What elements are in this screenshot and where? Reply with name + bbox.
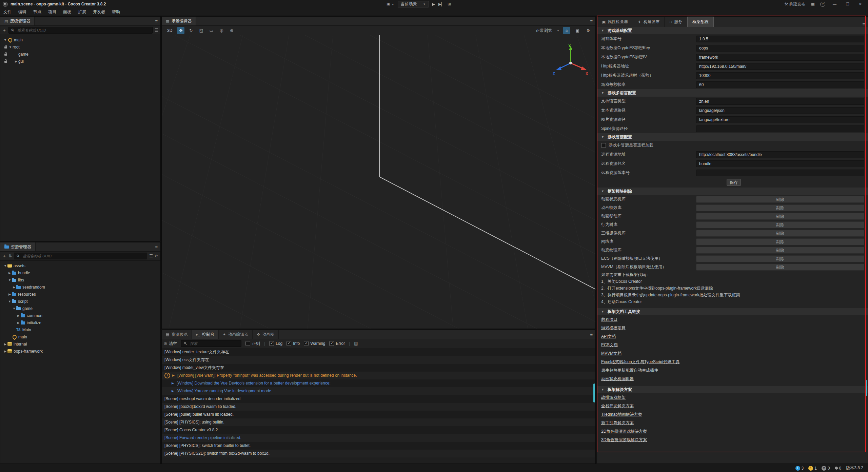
filter-info-checkbox[interactable]: ✓Info (287, 341, 300, 346)
menu-node[interactable]: 节点 (30, 9, 45, 15)
filter-icon[interactable]: ☰ (155, 28, 158, 33)
solution-link-tiledmap[interactable]: Tiledmap地图解决方案 (601, 410, 642, 419)
asset-node-internal[interactable]: ▶ internal (0, 340, 160, 348)
tree-node-gui[interactable]: ▶ gui (0, 58, 160, 65)
step-button[interactable]: ▶▏ (438, 2, 444, 6)
asset-node-initialize[interactable]: ▶ initialize (0, 319, 160, 326)
doc-link-hotupdate-plugin[interactable]: 原生包热更新配置自动生成插件 (601, 366, 658, 375)
doc-link-ecs[interactable]: ECS文档 (601, 341, 618, 349)
http-timeout-input[interactable] (696, 72, 864, 79)
remove-module-button[interactable]: 剔除 (696, 196, 864, 203)
languages-input[interactable] (696, 98, 864, 105)
doc-link-mvvm[interactable]: MVVM文档 (601, 349, 622, 358)
remote-load-checkbox[interactable] (601, 143, 606, 148)
remove-module-button[interactable]: 剔除 (696, 221, 864, 228)
doc-link-animator-editor[interactable]: 动画状态机编辑器 (601, 375, 634, 383)
panel-menu-icon[interactable]: ≡ (590, 332, 593, 337)
section-i18n[interactable]: ▼ 游戏多语言配置 (597, 89, 868, 97)
doc-link-api[interactable]: API文档 (601, 332, 616, 341)
tab-animation-editor[interactable]: ✦ 动画编辑器 (219, 330, 253, 339)
panel-menu-icon[interactable]: ≡ (155, 19, 158, 24)
doc-link-template[interactable]: 游戏模板项目 (601, 324, 626, 332)
asset-node-common[interactable]: ▶ common (0, 312, 160, 319)
log-row[interactable]: [Window] ecs文件夹存在 (162, 356, 595, 364)
remote-url-input[interactable] (696, 151, 864, 158)
menu-extension[interactable]: 扩展 (75, 9, 90, 15)
scale-tool-icon[interactable]: ◱ (197, 27, 205, 34)
sort-icon[interactable]: ⇅ (8, 254, 12, 258)
add-node-button[interactable]: ＋ (2, 27, 6, 33)
asset-node-oops-framework[interactable]: ▶ oops-framework (0, 348, 160, 355)
chevron-down-icon[interactable]: ▼ (12, 307, 16, 310)
screenshot-icon[interactable]: ▦ (811, 2, 815, 6)
close-button[interactable]: ✕ (857, 2, 864, 6)
expand-chevron-icon[interactable]: ▶ (172, 372, 175, 379)
log-row[interactable]: [Scene] meshopt wasm decoder initialized (162, 395, 595, 403)
refresh-icon[interactable]: ⟳ (155, 254, 158, 258)
solution-link-2drpg[interactable]: 2D角色扮演游戏解决方案 (601, 427, 647, 436)
tab-scene-editor[interactable]: ▦ 场景编辑器 (162, 17, 196, 25)
preview-device-icon[interactable]: ▣ ▼ (387, 2, 394, 6)
chevron-right-icon[interactable]: ▶ (16, 314, 21, 317)
asset-node-resources[interactable]: ▶ resources (0, 291, 160, 298)
move-tool-icon[interactable]: ✥ (177, 27, 184, 34)
section-solutions[interactable]: ▼ 框架解决方案 (597, 386, 868, 393)
chevron-down-icon[interactable]: ▼ (3, 38, 7, 42)
section-game-res[interactable]: ▼ 游戏资源配置 (597, 133, 868, 141)
menu-developer[interactable]: 开发者 (90, 9, 108, 15)
log-row[interactable]: [Scene] [PHYSICS]: using builtin. (162, 418, 595, 426)
collapse-log-icon[interactable]: ▤ (354, 341, 358, 346)
asset-node-main-scene[interactable]: main (0, 333, 160, 340)
save-button[interactable]: 保存 (727, 179, 741, 186)
tab-services[interactable]: ∷ 服务 (665, 17, 687, 27)
log-row-warning[interactable]: ! ▶ [Window] [Vue warn]: Property "onInp… (162, 372, 595, 379)
mode-3d-toggle[interactable]: 3D (165, 28, 174, 33)
lock-icon[interactable] (3, 53, 8, 56)
menu-help[interactable]: 帮助 (108, 9, 123, 15)
warning-counter[interactable]: !1 (808, 466, 817, 471)
chevron-right-icon[interactable]: ▶ (14, 60, 18, 63)
tab-hierarchy[interactable]: ▤ 层级管理器 (0, 17, 35, 25)
log-row-info[interactable]: ▶ [Window] You are running Vue in develo… (162, 387, 595, 395)
remove-module-button[interactable]: 剔除 (696, 213, 864, 220)
crypto-iv-input[interactable] (696, 54, 864, 61)
filter-log-checkbox[interactable]: ✓Log (269, 341, 282, 346)
tree-node-game[interactable]: game (0, 51, 160, 58)
log-row[interactable]: [Scene] [PHYSICS2D]: switch from box2d-w… (162, 450, 595, 457)
lock-icon[interactable] (3, 60, 8, 63)
tree-node-main[interactable]: ▼ main (0, 36, 160, 43)
panel-menu-icon[interactable]: ≡ (862, 22, 865, 27)
tab-build-publish[interactable]: ✈ 构建发布 (633, 17, 665, 27)
error-counter[interactable]: x0 (822, 466, 830, 471)
http-server-input[interactable] (696, 63, 864, 70)
remove-module-button[interactable]: 剔除 (696, 247, 864, 254)
space-toggle-icon[interactable]: ⊕ (228, 27, 235, 34)
asset-node-seedrandom[interactable]: ▶ seedrandom (0, 283, 160, 291)
section-game-basic[interactable]: ▼ 游戏基础配置 (597, 27, 868, 34)
view-mode-dropdown[interactable]: 正常浏览 ▼ (536, 28, 559, 34)
console-search-input[interactable] (189, 341, 239, 346)
chevron-down-icon[interactable]: ▼ (7, 278, 12, 282)
section-docs[interactable]: ▼ 框架文档工具链接 (597, 308, 868, 315)
asset-node-script[interactable]: ▼ script (0, 298, 160, 305)
log-row-info[interactable]: [Scene] Forward render pipeline initiali… (162, 434, 595, 442)
chevron-right-icon[interactable]: ▶ (7, 293, 12, 296)
preview-scene-dropdown[interactable]: 当前场景 ▼ (398, 1, 429, 7)
add-asset-button[interactable]: ＋ (2, 253, 6, 259)
tab-assets[interactable]: 资源管理器 (0, 242, 36, 251)
info-counter[interactable]: i3 (795, 466, 804, 471)
crypto-key-input[interactable] (696, 45, 864, 52)
filter-warning-checkbox[interactable]: ✓Warning (304, 341, 325, 346)
doc-link-excel-tool[interactable]: Excel格式转Json文件与TypeScript代码工具 (601, 358, 679, 366)
asset-node-main-ts[interactable]: TS Main (0, 326, 160, 333)
fps-input[interactable] (696, 81, 864, 88)
camera-icon[interactable]: ▣ (574, 27, 581, 34)
console-scrollbar[interactable] (593, 383, 595, 402)
menu-file[interactable]: 文件 (0, 9, 15, 15)
text-path-input[interactable] (696, 107, 864, 114)
clear-console-button[interactable]: ⊘清空 (164, 341, 177, 347)
menu-edit[interactable]: 编辑 (15, 9, 30, 15)
filter-error-checkbox[interactable]: ✓Error (329, 341, 345, 346)
remove-module-button[interactable]: 剔除 (696, 264, 864, 271)
tab-property-inspector[interactable]: ▣ 属性检查器 (597, 17, 633, 27)
